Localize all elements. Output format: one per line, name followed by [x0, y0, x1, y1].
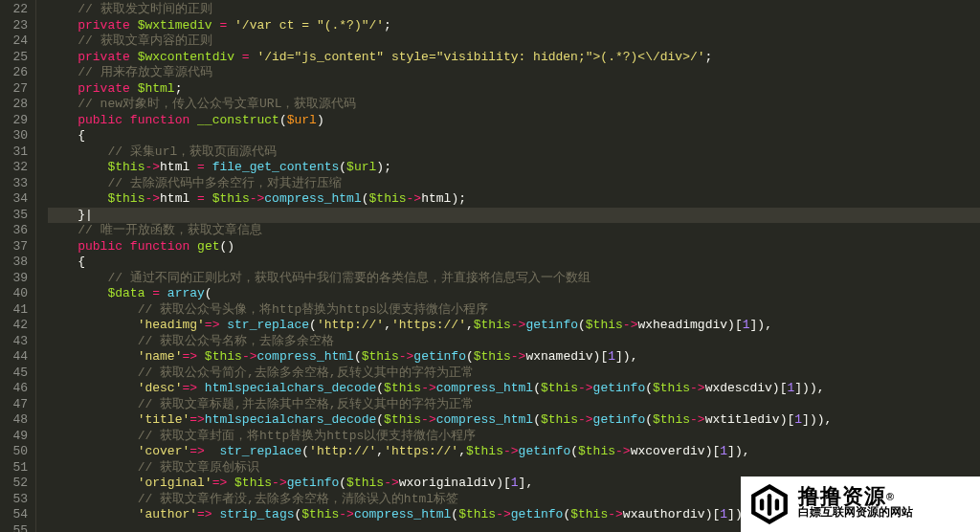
code-line[interactable]: 'desc'=> htmlspecialchars_decode($this->…: [48, 381, 980, 397]
code-line[interactable]: // 获取公众号头像，将http替换为https以便支持微信小程序: [48, 302, 980, 319]
code-line[interactable]: // 获取文章内容的正则: [48, 33, 980, 50]
code-editor[interactable]: 2223242526272829303132333435363738394041…: [0, 0, 980, 532]
code-line[interactable]: 'title'=>htmlspecialchars_decode($this->…: [48, 412, 980, 429]
watermark-subtitle: 白嫖互联网资源的网站: [798, 504, 913, 521]
code-line[interactable]: {: [48, 255, 980, 271]
code-line[interactable]: // new对象时，传入公众号文章URL，获取源代码: [48, 97, 980, 113]
code-line[interactable]: $this->html = file_get_contents($url);: [48, 160, 980, 176]
code-line[interactable]: public function __construct($url): [48, 113, 980, 129]
watermark-title: 撸撸资源®: [798, 489, 913, 505]
watermark-logo-icon: [748, 483, 791, 525]
code-line[interactable]: 'headimg'=> str_replace('http://','https…: [48, 318, 980, 334]
code-line[interactable]: // 去除源代码中多余空行，对其进行压缩: [48, 176, 980, 192]
code-line[interactable]: // 获取公众号简介,去除多余空格,反转义其中的字符为正常: [48, 366, 980, 382]
code-line[interactable]: public function get(): [48, 239, 980, 255]
code-line[interactable]: $data = array(: [48, 286, 980, 302]
code-line[interactable]: // 获取文章原创标识: [48, 460, 980, 477]
code-area[interactable]: // 获取发文时间的正则 private $wxtimediv = '/var …: [36, 0, 980, 532]
code-line[interactable]: // 采集url，获取页面源代码: [48, 144, 980, 161]
code-line[interactable]: {: [48, 128, 980, 144]
code-line[interactable]: // 获取发文时间的正则: [48, 2, 980, 18]
code-line[interactable]: private $wxcontentdiv = '/id="js_content…: [48, 50, 980, 66]
line-number-gutter: 2223242526272829303132333435363738394041…: [0, 0, 36, 532]
code-line[interactable]: }|: [48, 208, 980, 224]
code-line[interactable]: 'name'=> $this->compress_html($this->get…: [48, 349, 980, 366]
code-line[interactable]: 'cover'=> str_replace('http://','https:/…: [48, 444, 980, 460]
code-line[interactable]: // 获取文章标题,并去除其中空格,反转义其中的字符为正常: [48, 397, 980, 413]
code-line[interactable]: // 通过不同的正则比对，获取代码中我们需要的各类信息，并直接将信息写入一个数组: [48, 271, 980, 287]
code-line[interactable]: // 获取公众号名称，去除多余空格: [48, 334, 980, 350]
code-line[interactable]: // 唯一开放函数，获取文章信息: [48, 223, 980, 239]
code-line[interactable]: // 获取文章封面，将http替换为https以便支持微信小程序: [48, 429, 980, 445]
code-line[interactable]: // 用来存放文章源代码: [48, 65, 980, 81]
code-line[interactable]: $this->html = $this->compress_html($this…: [48, 191, 980, 208]
watermark-badge: 撸撸资源® 白嫖互联网资源的网站: [741, 477, 980, 532]
code-line[interactable]: private $wxtimediv = '/var ct = "(.*?)"/…: [48, 18, 980, 34]
code-line[interactable]: private $html;: [48, 81, 980, 98]
